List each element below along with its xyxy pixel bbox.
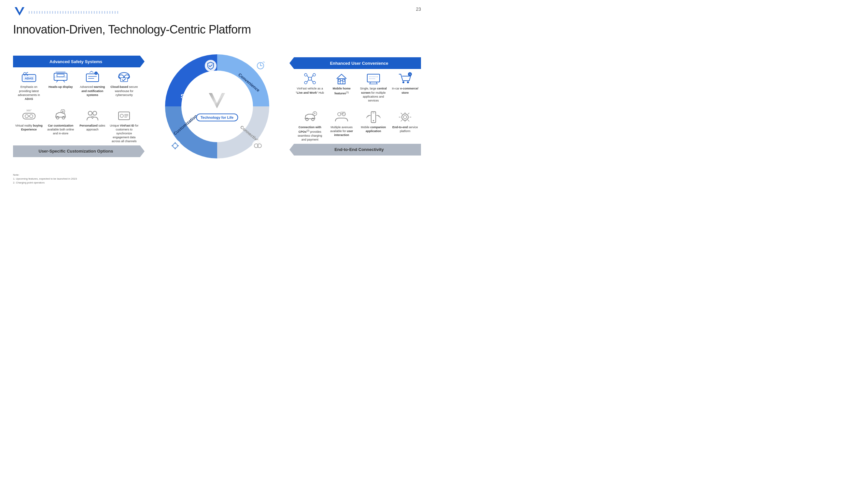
svg-point-54 xyxy=(304,73,307,76)
page: 23 Innovation-Driven, Technology-Centric… xyxy=(0,0,434,244)
svg-point-22 xyxy=(25,115,28,118)
hud-text: Heads-up display xyxy=(49,85,73,89)
connectivity-banner: End-to-End Connectivity xyxy=(294,144,421,156)
central-screen-icon xyxy=(366,72,381,85)
companion-app-icon xyxy=(366,110,381,124)
cloud-security-icon xyxy=(117,70,131,84)
adas-text: Emphasis on providing latest advancement… xyxy=(14,85,43,101)
feature-cpos: Connection with CPOs(2) provides seamles… xyxy=(296,110,324,142)
mobile-home-icon xyxy=(334,72,349,85)
feature-adas: ADAS Emphasis on providing latest advanc… xyxy=(14,70,43,101)
cloud-text: Cloud-based secure warehouse for cyberse… xyxy=(110,85,138,97)
center-v-logo xyxy=(206,91,228,111)
vinfast-id-text: Unique VinFast ID for customers to synch… xyxy=(110,124,138,143)
svg-rect-81 xyxy=(341,111,345,115)
svg-line-58 xyxy=(307,75,309,78)
connectivity-features: Connection with CPOs(2) provides seamles… xyxy=(294,108,421,144)
notes-section: Note: 1. Upcoming features, expected to … xyxy=(13,173,421,185)
vinfast-id-icon xyxy=(117,109,131,122)
svg-text:Safety: Safety xyxy=(180,93,198,100)
feature-live-work: VinFast vehicle as a "Live and Work" Hub xyxy=(296,72,324,102)
right-panel: Enhanced User Convenience xyxy=(294,57,421,155)
svg-point-73 xyxy=(407,82,409,83)
safety-banner: Advanced Safety Systems xyxy=(13,56,140,67)
personalized-sales-icon xyxy=(85,109,100,122)
customization-title: User-Specific Customization Options xyxy=(39,145,113,157)
warning-notification-icon: ! xyxy=(85,70,100,84)
svg-rect-11 xyxy=(56,71,65,73)
svg-point-88 xyxy=(403,116,407,119)
vr-buying-icon: 360° xyxy=(22,109,36,122)
svg-rect-12 xyxy=(86,74,99,82)
tech-for-life-badge: Technology for Life xyxy=(196,113,238,121)
svg-point-85 xyxy=(373,120,374,121)
circle-diagram: Safety Convenience Customization Connect… xyxy=(155,44,279,168)
feature-cloud: Cloud-based secure warehouse for cyberse… xyxy=(110,70,138,101)
ecommerce-text: In-car e-commerce/ store xyxy=(391,87,420,94)
svg-point-46 xyxy=(175,142,176,143)
safety-section: Advanced Safety Systems ADAS xyxy=(13,56,140,103)
feature-user-interaction: Multiple avenues available for user inte… xyxy=(327,110,356,142)
svg-text:!: ! xyxy=(96,72,96,74)
feature-sales: Personalized sales approach xyxy=(78,109,107,143)
svg-point-44 xyxy=(169,140,181,152)
feature-vr: 360° Virtual reality buying Experience xyxy=(14,109,43,143)
adas-icon: ADAS xyxy=(22,70,36,84)
center-overlay: Technology for Life xyxy=(196,91,238,121)
car-custom-text: Car customization available both online … xyxy=(46,124,75,135)
svg-point-23 xyxy=(30,115,33,118)
feature-service: End-to-end service platform xyxy=(391,110,420,142)
svg-point-32 xyxy=(120,114,123,118)
live-work-icon xyxy=(303,72,317,85)
svg-line-4 xyxy=(26,72,28,73)
connectivity-title: End-to-End Connectivity xyxy=(334,144,384,156)
notes-title: Note: xyxy=(13,173,421,177)
svg-text:ADAS: ADAS xyxy=(25,77,33,80)
svg-point-72 xyxy=(402,82,404,83)
logo-area xyxy=(13,6,120,18)
header: 23 xyxy=(13,6,421,18)
live-work-text: VinFast vehicle as a "Live and Work" Hub xyxy=(296,87,324,94)
svg-rect-8 xyxy=(57,74,64,77)
customization-section: 360° Virtual reality buying Experience xyxy=(13,106,140,157)
feature-mobile-home: Mobile home features(1) xyxy=(327,72,356,102)
car-custom-icon xyxy=(53,109,68,122)
feature-vinfast-id: Unique VinFast ID for customers to synch… xyxy=(110,109,138,143)
page-title: Innovation-Driven, Technology-Centric Pl… xyxy=(13,23,421,36)
heads-up-icon xyxy=(53,70,68,84)
safety-title: Advanced Safety Systems xyxy=(50,56,102,67)
companion-text: Mobile companion application xyxy=(359,125,388,133)
svg-rect-66 xyxy=(367,74,380,82)
warning-text: Advanced warning and notification system… xyxy=(78,85,107,97)
svg-point-87 xyxy=(402,114,408,120)
svg-line-60 xyxy=(307,80,309,82)
center-diagram: Safety Convenience Customization Connect… xyxy=(140,44,294,168)
convenience-features: VinFast vehicle as a "Live and Work" Hub xyxy=(294,69,421,104)
note-2: 2. Charging point operators xyxy=(13,181,421,185)
svg-point-57 xyxy=(313,82,315,84)
svg-point-29 xyxy=(88,111,92,115)
logo-dots xyxy=(29,11,120,14)
page-number: 23 xyxy=(416,6,421,12)
svg-point-30 xyxy=(93,111,97,115)
svg-line-61 xyxy=(311,80,313,82)
svg-point-56 xyxy=(304,82,307,84)
svg-line-59 xyxy=(311,75,313,78)
service-platform-icon xyxy=(398,110,412,124)
convenience-title: Enhanced User Convenience xyxy=(330,57,388,69)
service-text: End-to-end service platform xyxy=(391,125,420,133)
user-interaction-icon xyxy=(334,110,349,124)
left-panel: Advanced Safety Systems ADAS xyxy=(13,56,140,157)
ecommerce-cart-icon: 3 xyxy=(398,72,412,85)
feature-central-screen: Single, large central screen for multipl… xyxy=(359,72,388,102)
main-layout: Advanced Safety Systems ADAS xyxy=(13,44,421,168)
svg-text:3: 3 xyxy=(409,73,411,76)
central-screen-text: Single, large central screen for multipl… xyxy=(359,87,388,102)
feature-car-custom: Car customization available both online … xyxy=(46,109,75,143)
note-1: 1. Upcoming features, expected to be lau… xyxy=(13,177,421,181)
customization-features: 360° Virtual reality buying Experience xyxy=(13,106,140,145)
convenience-banner: Enhanced User Convenience xyxy=(294,57,421,69)
feature-hud: Heads-up display xyxy=(46,70,75,101)
user-interaction-text: Multiple avenues available for user inte… xyxy=(327,125,356,137)
svg-point-55 xyxy=(313,73,315,76)
